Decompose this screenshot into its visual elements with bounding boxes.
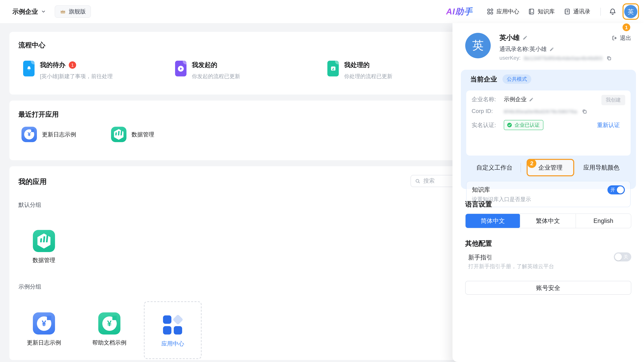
userkey-label: userKey: bbox=[500, 55, 520, 61]
nav-app-center-label: 应用中心 bbox=[496, 8, 519, 15]
changelog-app-icon: ¥ bbox=[22, 127, 37, 142]
userkey-value-blurred: 8e134f7b9f04b4de0ae4b46d93 bbox=[524, 55, 602, 61]
kb-toggle-knob bbox=[617, 186, 624, 193]
user-avatar-button[interactable]: 英 bbox=[622, 3, 639, 20]
language-segmented-control: 简体中文 繁体中文 English bbox=[465, 214, 631, 228]
my-todo-item[interactable]: 我的待办 1 [英小雄]新建了事项，前往处理 bbox=[23, 61, 113, 80]
created-by-me-badge: 我创建 bbox=[602, 95, 625, 105]
handled-desc: 你处理的流程已更新 bbox=[344, 73, 392, 80]
current-org-box: 当前企业 公共模式 企业名称: 示例企业 我创建 Corp ID: bbox=[461, 70, 636, 189]
edit-contact-name-icon[interactable] bbox=[549, 47, 554, 51]
org-verified-label: 企业已认证 bbox=[514, 122, 540, 128]
app-tile-data-mgmt[interactable]: 数据管理 bbox=[24, 230, 64, 264]
group-sample-label: 示例分组 bbox=[18, 283, 41, 291]
nav-contacts-label: 通讯录 bbox=[573, 8, 590, 15]
play-glyph-icon bbox=[177, 65, 184, 72]
org-name-value: 示例企业 bbox=[504, 95, 526, 103]
logout-icon bbox=[612, 35, 618, 41]
company-switcher[interactable]: 示例企业 bbox=[12, 7, 46, 16]
book-icon bbox=[528, 8, 535, 15]
reverify-link[interactable]: 重新认证 bbox=[597, 121, 620, 129]
data-mgmt-app-icon bbox=[111, 127, 126, 142]
recent-app-label: 数据管理 bbox=[132, 131, 154, 138]
app-center-tile[interactable]: 应用中心 bbox=[144, 301, 202, 359]
newbie-guide-toggle-off[interactable]: 关 bbox=[614, 252, 631, 261]
company-name: 示例企业 bbox=[12, 7, 38, 16]
help-doc-app-icon: ¥ bbox=[98, 312, 120, 335]
app-logo: AI助手 bbox=[446, 6, 472, 17]
copy-userkey-icon[interactable] bbox=[606, 55, 612, 61]
app-center-tile-label: 应用中心 bbox=[161, 340, 184, 348]
nav-knowledge-base-label: 知识库 bbox=[538, 8, 555, 15]
profile-avatar: 英 bbox=[465, 33, 491, 58]
kb-toggle-on-label: 开 bbox=[610, 187, 615, 193]
recent-apps-title: 最近打开应用 bbox=[18, 110, 59, 119]
pen-glyph-icon bbox=[330, 65, 336, 72]
handled-title: 我处理的 bbox=[344, 61, 370, 69]
tabs-divider bbox=[520, 163, 521, 172]
my-handled-item[interactable]: 我处理的 你处理的流程已更新 bbox=[327, 61, 392, 80]
lang-option-simplified[interactable]: 简体中文 bbox=[465, 214, 520, 228]
edit-name-icon[interactable] bbox=[522, 35, 528, 40]
account-security-button[interactable]: 账号安全 bbox=[465, 281, 631, 295]
copy-corp-id-icon[interactable] bbox=[582, 108, 587, 114]
guide-toggle-off-label: 关 bbox=[624, 254, 628, 260]
annotation-badge-2: 2 bbox=[527, 159, 536, 168]
my-initiated-item[interactable]: 我发起的 你发起的流程已更新 bbox=[175, 61, 240, 80]
org-settings-tabs: 自定义工作台 企业管理 应用导航颜色 bbox=[461, 159, 636, 176]
app-tile-label: 更新日志示例 bbox=[27, 339, 61, 347]
contact-name: 通讯录名称:英小雄 bbox=[500, 45, 546, 53]
lang-option-traditional[interactable]: 繁体中文 bbox=[520, 214, 576, 228]
apps-grid-icon bbox=[487, 8, 494, 15]
newbie-guide-label: 新手指引 bbox=[468, 253, 492, 261]
app-tile-changelog[interactable]: ¥ 更新日志示例 bbox=[24, 312, 64, 347]
crown-icon bbox=[60, 8, 66, 15]
screen: 示例企业 旗舰版 AI助手 应用中心 bbox=[0, 0, 644, 362]
seal-check-icon bbox=[506, 122, 512, 128]
app-center-icon bbox=[163, 316, 182, 335]
initiated-doc-icon bbox=[175, 61, 186, 76]
todo-title: 我的待办 bbox=[40, 61, 66, 69]
initiated-title: 我发起的 bbox=[192, 61, 217, 69]
current-org-title: 当前企业 bbox=[470, 75, 497, 84]
realname-verify-label: 实名认证: bbox=[472, 121, 504, 129]
recent-app-label: 更新日志示例 bbox=[42, 131, 76, 138]
header-divider bbox=[600, 7, 601, 15]
notification-bell-icon[interactable] bbox=[609, 8, 616, 15]
nav-app-center[interactable]: 应用中心 bbox=[487, 8, 519, 15]
annotation-badge-1: 1 bbox=[622, 23, 630, 31]
corp-id-value-blurred: 6f4b35ea0e9bd2678c58076a bbox=[504, 108, 577, 114]
tab-custom-workbench[interactable]: 自定义工作台 bbox=[476, 164, 512, 172]
recent-app-changelog[interactable]: ¥ 更新日志示例 bbox=[22, 127, 76, 142]
todo-doc-icon bbox=[23, 61, 34, 76]
todo-desc: [英小雄]新建了事项，前往处理 bbox=[40, 73, 113, 80]
recent-app-data-mgmt[interactable]: 数据管理 bbox=[111, 127, 154, 142]
app-tile-help-doc[interactable]: ¥ 帮助文档示例 bbox=[89, 312, 130, 347]
logout-label: 退出 bbox=[620, 34, 631, 42]
app-tile-label: 数据管理 bbox=[32, 256, 55, 264]
nav-contacts[interactable]: 通讯录 bbox=[564, 8, 590, 15]
profile-user-name: 英小雄 bbox=[500, 33, 520, 42]
other-config-title: 其他配置 bbox=[465, 239, 492, 248]
app-tile-label: 帮助文档示例 bbox=[92, 339, 126, 347]
tab-app-nav-color[interactable]: 应用导航颜色 bbox=[583, 164, 620, 172]
todo-count-badge: 1 bbox=[69, 61, 76, 69]
my-apps-title: 我的应用 bbox=[18, 177, 46, 186]
search-icon bbox=[415, 178, 420, 184]
plan-badge-label: 旗舰版 bbox=[69, 8, 86, 15]
edit-org-name-icon[interactable] bbox=[529, 97, 534, 102]
userkey-row: userKey: 8e134f7b9f04b4de0ae4b46d93 bbox=[500, 55, 612, 61]
org-verified-badge: 企业已认证 bbox=[504, 120, 544, 130]
kb-toggle-on[interactable]: 开 bbox=[608, 185, 625, 194]
plan-badge[interactable]: 旗舰版 bbox=[55, 5, 91, 18]
contacts-icon bbox=[564, 8, 570, 15]
handled-doc-icon bbox=[327, 61, 339, 76]
data-mgmt-app-icon bbox=[33, 230, 55, 252]
nav-knowledge-base[interactable]: 知识库 bbox=[528, 8, 555, 15]
chevron-down-icon bbox=[41, 9, 46, 14]
newbie-guide-desc: 打开新手指引手册，了解英雄云平台 bbox=[468, 263, 554, 270]
language-settings-title: 语言设置 bbox=[465, 200, 492, 209]
logout-button[interactable]: 退出 bbox=[612, 34, 631, 42]
profile-panel: 英 英小雄 退出 通讯录名称:英小雄 userKey: 8e134f7b9f04… bbox=[452, 23, 644, 362]
lang-option-english[interactable]: English bbox=[576, 214, 631, 228]
